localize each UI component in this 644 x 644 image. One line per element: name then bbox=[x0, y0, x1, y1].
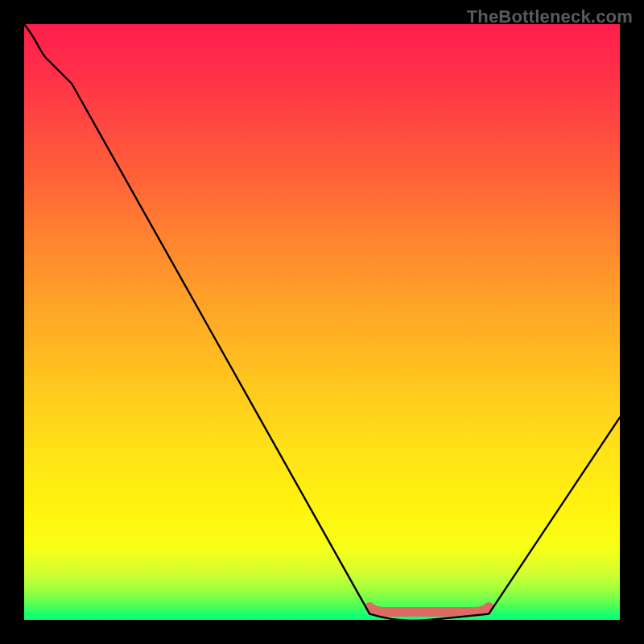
plot-area bbox=[24, 24, 620, 620]
chart-container: TheBottleneck.com bbox=[0, 0, 644, 644]
data-curve bbox=[24, 24, 620, 620]
chart-svg bbox=[24, 24, 620, 620]
trough-marker bbox=[369, 607, 489, 612]
